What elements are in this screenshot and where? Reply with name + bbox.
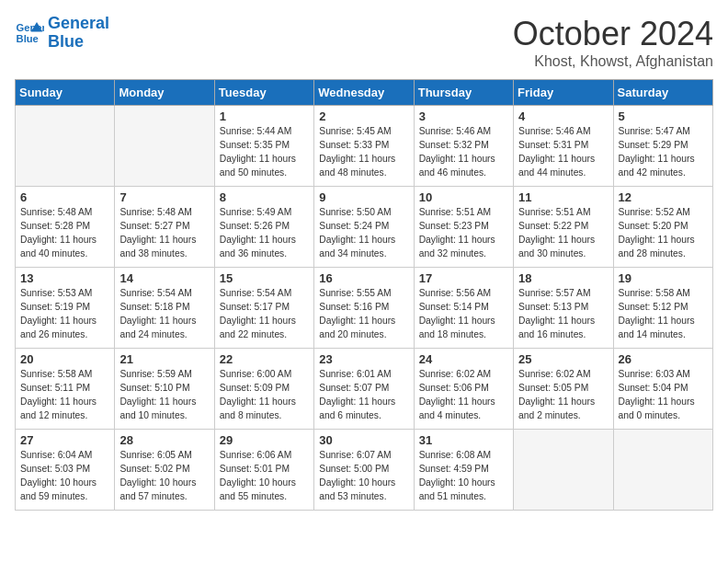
- calendar-cell: 3Sunrise: 5:46 AMSunset: 5:32 PMDaylight…: [414, 106, 513, 187]
- day-info: Sunrise: 5:57 AMSunset: 5:13 PMDaylight:…: [518, 287, 608, 342]
- day-info: Sunrise: 5:45 AMSunset: 5:33 PMDaylight:…: [319, 125, 408, 180]
- calendar-cell: 11Sunrise: 5:51 AMSunset: 5:22 PMDayligh…: [514, 187, 613, 268]
- day-info: Sunrise: 5:47 AMSunset: 5:29 PMDaylight:…: [619, 125, 708, 180]
- day-number: 13: [20, 271, 109, 285]
- day-info: Sunrise: 6:02 AMSunset: 5:05 PMDaylight:…: [518, 368, 608, 423]
- calendar-cell: 4Sunrise: 5:46 AMSunset: 5:31 PMDaylight…: [514, 106, 613, 187]
- day-number: 30: [319, 433, 408, 447]
- calendar-cell: 8Sunrise: 5:49 AMSunset: 5:26 PMDaylight…: [214, 187, 313, 268]
- calendar-cell: 21Sunrise: 5:59 AMSunset: 5:10 PMDayligh…: [115, 349, 214, 430]
- day-info: Sunrise: 6:06 AMSunset: 5:01 PMDaylight:…: [220, 449, 309, 504]
- day-info: Sunrise: 5:44 AMSunset: 5:35 PMDaylight:…: [220, 125, 309, 180]
- day-info: Sunrise: 6:01 AMSunset: 5:07 PMDaylight:…: [319, 368, 408, 423]
- calendar-cell: 5Sunrise: 5:47 AMSunset: 5:29 PMDaylight…: [613, 106, 712, 187]
- column-header-friday: Friday: [514, 80, 613, 106]
- column-header-wednesday: Wednesday: [314, 80, 414, 106]
- calendar-table: SundayMondayTuesdayWednesdayThursdayFrid…: [15, 79, 713, 511]
- day-info: Sunrise: 5:53 AMSunset: 5:19 PMDaylight:…: [20, 287, 109, 342]
- day-info: Sunrise: 5:49 AMSunset: 5:26 PMDaylight:…: [220, 206, 309, 261]
- day-number: 16: [319, 271, 408, 285]
- calendar-cell: 29Sunrise: 6:06 AMSunset: 5:01 PMDayligh…: [214, 430, 313, 511]
- calendar-cell: 1Sunrise: 5:44 AMSunset: 5:35 PMDaylight…: [214, 106, 313, 187]
- calendar-header-row: SundayMondayTuesdayWednesdayThursdayFrid…: [16, 80, 713, 106]
- day-number: 31: [419, 433, 508, 447]
- calendar-cell: [115, 106, 214, 187]
- day-number: 6: [20, 190, 109, 204]
- month-title: October 2024: [513, 15, 713, 53]
- calendar-cell: 10Sunrise: 5:51 AMSunset: 5:23 PMDayligh…: [414, 187, 513, 268]
- day-info: Sunrise: 6:00 AMSunset: 5:09 PMDaylight:…: [220, 368, 309, 423]
- column-header-thursday: Thursday: [414, 80, 513, 106]
- day-info: Sunrise: 5:54 AMSunset: 5:18 PMDaylight:…: [119, 287, 209, 342]
- day-info: Sunrise: 5:46 AMSunset: 5:32 PMDaylight:…: [419, 125, 508, 180]
- day-info: Sunrise: 5:51 AMSunset: 5:23 PMDaylight:…: [419, 206, 508, 261]
- column-header-sunday: Sunday: [16, 80, 115, 106]
- day-info: Sunrise: 6:02 AMSunset: 5:06 PMDaylight:…: [419, 368, 508, 423]
- day-number: 20: [20, 352, 109, 366]
- day-number: 27: [20, 433, 109, 447]
- day-number: 24: [419, 352, 508, 366]
- day-number: 10: [419, 190, 508, 204]
- calendar-cell: 25Sunrise: 6:02 AMSunset: 5:05 PMDayligh…: [514, 349, 613, 430]
- calendar-cell: 2Sunrise: 5:45 AMSunset: 5:33 PMDaylight…: [314, 106, 414, 187]
- logo-text: General Blue: [48, 15, 109, 52]
- day-number: 26: [619, 352, 708, 366]
- day-info: Sunrise: 5:58 AMSunset: 5:12 PMDaylight:…: [619, 287, 708, 342]
- calendar-cell: 30Sunrise: 6:07 AMSunset: 5:00 PMDayligh…: [314, 430, 414, 511]
- day-info: Sunrise: 5:54 AMSunset: 5:17 PMDaylight:…: [220, 287, 309, 342]
- calendar-cell: 19Sunrise: 5:58 AMSunset: 5:12 PMDayligh…: [613, 268, 712, 349]
- day-info: Sunrise: 5:52 AMSunset: 5:20 PMDaylight:…: [619, 206, 708, 261]
- column-header-monday: Monday: [115, 80, 214, 106]
- day-number: 12: [619, 190, 708, 204]
- calendar-week-row: 27Sunrise: 6:04 AMSunset: 5:03 PMDayligh…: [16, 430, 713, 511]
- day-number: 2: [319, 109, 408, 123]
- day-number: 8: [220, 190, 309, 204]
- day-number: 4: [518, 109, 608, 123]
- day-info: Sunrise: 6:07 AMSunset: 5:00 PMDaylight:…: [319, 449, 408, 504]
- calendar-cell: 24Sunrise: 6:02 AMSunset: 5:06 PMDayligh…: [414, 349, 513, 430]
- day-info: Sunrise: 6:03 AMSunset: 5:04 PMDaylight:…: [619, 368, 708, 423]
- calendar-cell: 7Sunrise: 5:48 AMSunset: 5:27 PMDaylight…: [115, 187, 214, 268]
- day-number: 29: [220, 433, 309, 447]
- column-header-tuesday: Tuesday: [214, 80, 313, 106]
- day-info: Sunrise: 5:58 AMSunset: 5:11 PMDaylight:…: [20, 368, 109, 423]
- day-number: 28: [119, 433, 209, 447]
- calendar-cell: 18Sunrise: 5:57 AMSunset: 5:13 PMDayligh…: [514, 268, 613, 349]
- day-number: 9: [319, 190, 408, 204]
- day-number: 5: [619, 109, 708, 123]
- calendar-week-row: 20Sunrise: 5:58 AMSunset: 5:11 PMDayligh…: [16, 349, 713, 430]
- calendar-cell: 20Sunrise: 5:58 AMSunset: 5:11 PMDayligh…: [16, 349, 115, 430]
- day-number: 19: [619, 271, 708, 285]
- calendar-cell: 22Sunrise: 6:00 AMSunset: 5:09 PMDayligh…: [214, 349, 313, 430]
- day-info: Sunrise: 5:46 AMSunset: 5:31 PMDaylight:…: [518, 125, 608, 180]
- day-number: 1: [220, 109, 309, 123]
- day-number: 25: [518, 352, 608, 366]
- calendar-cell: 28Sunrise: 6:05 AMSunset: 5:02 PMDayligh…: [115, 430, 214, 511]
- column-header-saturday: Saturday: [613, 80, 712, 106]
- calendar-week-row: 1Sunrise: 5:44 AMSunset: 5:35 PMDaylight…: [16, 106, 713, 187]
- calendar-cell: 9Sunrise: 5:50 AMSunset: 5:24 PMDaylight…: [314, 187, 414, 268]
- calendar-week-row: 6Sunrise: 5:48 AMSunset: 5:28 PMDaylight…: [16, 187, 713, 268]
- day-info: Sunrise: 5:55 AMSunset: 5:16 PMDaylight:…: [319, 287, 408, 342]
- calendar-week-row: 13Sunrise: 5:53 AMSunset: 5:19 PMDayligh…: [16, 268, 713, 349]
- calendar-cell: [514, 430, 613, 511]
- day-info: Sunrise: 5:56 AMSunset: 5:14 PMDaylight:…: [419, 287, 508, 342]
- day-number: 17: [419, 271, 508, 285]
- day-info: Sunrise: 5:59 AMSunset: 5:10 PMDaylight:…: [119, 368, 209, 423]
- calendar-cell: 16Sunrise: 5:55 AMSunset: 5:16 PMDayligh…: [314, 268, 414, 349]
- calendar-cell: 15Sunrise: 5:54 AMSunset: 5:17 PMDayligh…: [214, 268, 313, 349]
- day-number: 18: [518, 271, 608, 285]
- calendar-cell: 6Sunrise: 5:48 AMSunset: 5:28 PMDaylight…: [16, 187, 115, 268]
- day-number: 23: [319, 352, 408, 366]
- day-info: Sunrise: 5:50 AMSunset: 5:24 PMDaylight:…: [319, 206, 408, 261]
- day-info: Sunrise: 6:05 AMSunset: 5:02 PMDaylight:…: [119, 449, 209, 504]
- title-block: October 2024 Khost, Khowst, Afghanistan: [513, 15, 713, 70]
- day-number: 7: [119, 190, 209, 204]
- calendar-cell: [16, 106, 115, 187]
- day-number: 11: [518, 190, 608, 204]
- day-number: 15: [220, 271, 309, 285]
- calendar-cell: [613, 430, 712, 511]
- calendar-cell: 23Sunrise: 6:01 AMSunset: 5:07 PMDayligh…: [314, 349, 414, 430]
- logo: General Blue General Blue: [15, 15, 109, 52]
- day-info: Sunrise: 5:48 AMSunset: 5:27 PMDaylight:…: [119, 206, 209, 261]
